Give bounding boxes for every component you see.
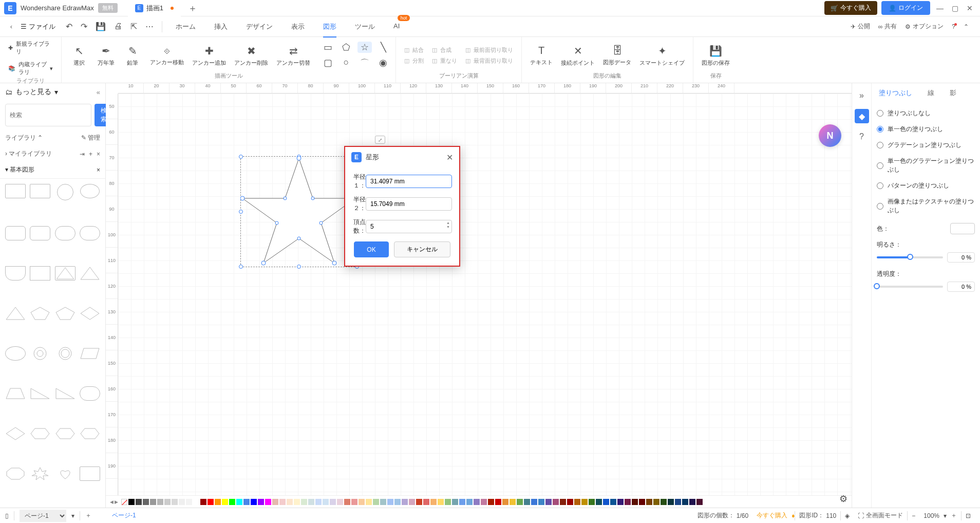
page-tab[interactable]: ページ-1 [112, 511, 136, 520]
canvas[interactable]: ⤢ E 星形 ✕ 半径１： 半径２： [118, 94, 852, 495]
page-dropdown-icon[interactable]: ▾ [71, 512, 74, 519]
color-swatch[interactable] [251, 499, 257, 505]
help-button[interactable]: ? [952, 23, 955, 30]
collapse-sidebar-button[interactable]: « [97, 88, 100, 96]
undo-button[interactable]: ↶ [66, 22, 72, 31]
color-swatch[interactable] [128, 499, 135, 505]
palette-parallelogram[interactable] [80, 346, 100, 361]
color-swatch[interactable] [208, 499, 214, 505]
cancel-button[interactable]: キャンセル [394, 241, 450, 257]
add-tab-button[interactable]: ＋ [188, 2, 197, 14]
palette-heart[interactable] [55, 466, 76, 481]
smart-shape-button[interactable]: ✦スマートシェイプ [636, 43, 688, 69]
color-swatch[interactable] [596, 499, 602, 505]
color-swatch[interactable] [294, 499, 300, 505]
brightness-value[interactable] [947, 252, 975, 263]
color-swatch[interactable] [639, 499, 645, 505]
color-swatch[interactable] [323, 499, 329, 505]
color-swatch[interactable] [229, 499, 235, 505]
palette-ellipse[interactable] [80, 184, 100, 198]
color-swatch[interactable] [136, 499, 142, 505]
color-picker[interactable] [950, 223, 975, 234]
fill-tab-icon[interactable]: ◆ [855, 109, 869, 123]
palette-rect-wide[interactable] [30, 184, 50, 198]
menu-tool[interactable]: ツール [355, 18, 375, 35]
anchor-switch-tool[interactable]: ⇄アンカー切替 [273, 43, 313, 69]
ai-assistant-button[interactable]: N [819, 124, 841, 147]
color-swatch[interactable] [287, 499, 293, 505]
color-swatch[interactable] [531, 499, 537, 505]
colorbar-settings-button[interactable]: ⚙ [839, 493, 847, 505]
color-swatch[interactable] [200, 499, 206, 505]
login-button[interactable]: 👤 ログイン [881, 1, 930, 15]
synth-button[interactable]: ◫合成 [429, 45, 460, 55]
color-swatch[interactable] [430, 499, 437, 505]
add-lib-icon[interactable]: + [89, 151, 92, 158]
color-swatch[interactable] [308, 499, 314, 505]
anchor-add-tool[interactable]: ✚アンカー追加 [189, 43, 229, 69]
menu-ai[interactable]: AI hot [393, 18, 400, 35]
expand-panel-button[interactable]: » [855, 88, 869, 103]
fill-pattern-option[interactable]: パターンの塗りつぶし [877, 181, 975, 190]
close-button[interactable]: ✕ [967, 4, 973, 12]
anchor-delete-tool[interactable]: ✖アンカー削除 [231, 43, 271, 69]
palette-rounded-rect[interactable] [5, 226, 26, 240]
combine-button[interactable]: ◫結合 [401, 45, 427, 55]
document-tab[interactable]: E 描画1 [128, 0, 181, 16]
collapse-ribbon-button[interactable]: ⌃ [964, 23, 969, 30]
menu-view[interactable]: 表示 [291, 18, 305, 35]
color-swatch[interactable] [488, 499, 494, 505]
color-swatch[interactable] [538, 499, 544, 505]
add-page-button[interactable]: ＋ [85, 511, 91, 520]
color-swatch[interactable] [517, 499, 523, 505]
pen-tool[interactable]: ✒万年筆 [93, 43, 118, 69]
rounded-rect-shape[interactable]: ▢ [321, 57, 335, 69]
radius2-input[interactable] [366, 197, 452, 211]
vertices-up[interactable]: ▲ [446, 221, 450, 225]
fill-none-option[interactable]: 塗りつぶしなし [877, 109, 975, 118]
arc-shape[interactable]: ⌒ [357, 57, 372, 69]
color-swatch[interactable] [474, 499, 480, 505]
color-swatch[interactable] [668, 499, 674, 505]
anchor-move-tool[interactable]: ⟐アンカー移動 [147, 43, 187, 68]
file-menu[interactable]: ☰ ファイル [21, 22, 55, 31]
color-swatch[interactable] [625, 499, 631, 505]
color-swatch[interactable] [337, 499, 343, 505]
color-swatch[interactable] [150, 499, 156, 505]
color-swatch[interactable] [402, 499, 408, 505]
menu-shape[interactable]: 図形 [323, 18, 336, 35]
redo-button[interactable]: ↷ [81, 22, 87, 31]
front-clip-button[interactable]: ◫最前面切り取り [462, 45, 516, 55]
more-qat-button[interactable]: ⋯ [145, 22, 154, 31]
color-swatch[interactable] [272, 499, 278, 505]
color-swatch[interactable] [258, 499, 264, 505]
color-swatch[interactable] [236, 499, 242, 505]
color-swatch[interactable] [610, 499, 616, 505]
color-swatch[interactable] [581, 499, 588, 505]
palette-diamond2[interactable] [5, 426, 26, 441]
palette-triangle2[interactable] [80, 266, 100, 281]
palette-pentagon2[interactable] [55, 306, 76, 321]
page-select[interactable]: ページ-1 [20, 510, 66, 522]
palette-rtriangle2[interactable] [55, 386, 76, 401]
zoom-dropdown-icon[interactable]: ▾ [944, 512, 947, 519]
new-library-button[interactable]: ✚ 新規ライブラリ [5, 39, 56, 57]
color-swatch[interactable] [438, 499, 444, 505]
save-button[interactable]: 💾 [96, 22, 106, 31]
builtin-library-button[interactable]: 📚 内蔵ライブラリ ▾ [5, 60, 56, 77]
palette-hex3[interactable] [80, 426, 100, 441]
color-swatch[interactable] [143, 499, 149, 505]
color-swatch[interactable] [574, 499, 580, 505]
color-swatch[interactable] [445, 499, 451, 505]
color-swatch[interactable] [409, 499, 415, 505]
color-next[interactable]: ▶ [115, 499, 118, 505]
color-swatch[interactable] [172, 499, 178, 505]
page-layout-icon[interactable]: ▯ [5, 512, 9, 519]
overlap-button[interactable]: ◫重なり [429, 56, 460, 66]
palette-rtriangle[interactable] [30, 386, 50, 401]
circle-shape[interactable]: ○ [339, 57, 353, 69]
brightness-slider[interactable] [877, 256, 943, 258]
palette-rounded-rect2[interactable] [30, 226, 50, 240]
color-swatch[interactable] [567, 499, 573, 505]
maximize-button[interactable]: ▢ [952, 4, 958, 12]
